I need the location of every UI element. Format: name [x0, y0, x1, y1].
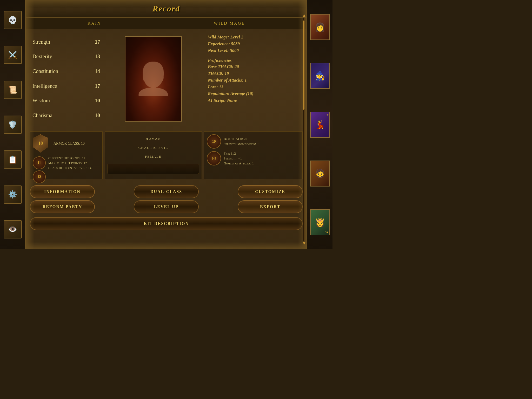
title-bar: Record: [26, 0, 307, 18]
base-thac0-combat-label: Base THAC0: 20: [224, 137, 260, 141]
character-class: WILD MAGE: [214, 21, 245, 26]
hp-row: 11 12 Current Hit Points: 11 Maximum Hit…: [33, 156, 100, 183]
thac0-badge: 19: [207, 134, 221, 149]
current-hp-label: Current Hit Points: 11: [48, 156, 91, 160]
character-portrait-large: [125, 36, 182, 122]
stat-row-strength: Strength 17: [32, 38, 100, 46]
portrait-5[interactable]: 👸 3♦: [310, 209, 330, 235]
export-button[interactable]: EXPORT: [238, 200, 303, 213]
dual-class-button[interactable]: DUAL-CLASS: [134, 185, 199, 198]
portrait-4[interactable]: 🧔: [310, 161, 330, 187]
proficiencies-header: Proficiencies: [208, 58, 299, 63]
sidebar-icon-skull[interactable]: 💀: [4, 11, 22, 29]
armor-row: 10 Armor Class: 10: [33, 134, 100, 152]
stat-value-constitution: 14: [92, 68, 100, 74]
bottom-buttons-row1: INFORMATION REFORM PARTY DUAL-CLASS LEVE…: [26, 181, 307, 217]
scrollbar-track[interactable]: [303, 18, 305, 241]
class-level: Wild Mage: Level 2: [208, 35, 299, 40]
reform-party-button[interactable]: REFORM PARTY: [30, 200, 95, 213]
right-button-group: CUSTOMIZE EXPORT: [238, 185, 303, 213]
stat-row-wisdom: Wisdom 10: [32, 96, 100, 105]
lore: Lore: 13: [208, 84, 299, 90]
portrait-5-emoji: 👸: [315, 217, 325, 227]
stat-name-constitution: Constitution: [32, 68, 58, 74]
right-combat-stats: Wild Mage: Level 2 Experience: 5089 Next…: [204, 32, 303, 125]
stat-name-charisma: Charisma: [32, 112, 52, 118]
max-hp-label: Maximum Hit Points: 12: [48, 161, 91, 165]
gender-trait: FEMALE: [145, 155, 162, 159]
scrollbar-thumb[interactable]: [303, 21, 304, 110]
reputation: Reputation: Average (10): [208, 91, 299, 96]
stat-value-wisdom: 10: [92, 98, 100, 104]
stats-panel: Strength 17 Dexterity 13 Constitution 14…: [26, 29, 307, 128]
center-button-group: DUAL-CLASS LEVEL UP: [134, 185, 199, 213]
level-up-button[interactable]: LEVEL UP: [134, 200, 199, 213]
armor-class-label: Armor Class: 10: [54, 142, 85, 145]
scroll-down-arrow[interactable]: ▼: [302, 241, 305, 246]
armor-class-badge: 10: [33, 134, 48, 152]
next-level: Next Level: 5000: [208, 48, 299, 53]
hp-badges: 11 12: [33, 156, 46, 183]
current-hp-badge: 11: [33, 156, 46, 169]
portrait-3-emoji: 💃: [315, 120, 325, 130]
stat-value-dexterity: 13: [92, 54, 100, 59]
hp-labels: Current Hit Points: 11 Maximum Hit Point…: [48, 156, 91, 170]
base-thac0: Base THAC0: 20: [208, 64, 299, 69]
stat-name-wisdom: Wisdom: [32, 98, 50, 104]
kit-description-button[interactable]: KIT DESCRIPTION: [30, 217, 303, 230]
race-trait: HUMAN: [145, 137, 161, 141]
ai-script: AI Script: None: [208, 98, 299, 103]
class-hp-label: Class Hit Points/Level: +4: [48, 166, 91, 170]
portrait-4-emoji: 🧔: [315, 169, 325, 178]
left-sidebar: 💀 ⚔️ 📜 🛡️ 📋 ⚙️ 👁️: [0, 0, 26, 249]
character-traits-panel: HUMAN CHAOTIC EVIL FEMALE: [105, 131, 202, 179]
trait-extra-box: [108, 164, 199, 174]
sidebar-icon-eye[interactable]: 👁️: [4, 220, 22, 238]
thac0-labels: Base THAC0: 20 Strength Modification: -1: [224, 137, 260, 146]
fist-label: Fist: 1d2: [224, 151, 254, 156]
stat-value-charisma: 10: [92, 112, 100, 118]
portrait-3-plus: +: [327, 113, 329, 117]
fist-labels: Fist: 1d2 Strength: +1 Number of Attacks…: [224, 151, 254, 165]
information-button[interactable]: INFORMATION: [30, 185, 95, 198]
stat-value-intelligence: 17: [92, 83, 100, 89]
stat-row-charisma: Charisma 10: [32, 111, 100, 120]
str-mod-label: Strength Modification: -1: [224, 142, 260, 146]
sidebar-icon-notes[interactable]: 📋: [4, 150, 22, 169]
thac0: THAC0: 19: [208, 71, 299, 76]
stat-row-intelligence: Intelligence 17: [32, 82, 100, 90]
sidebar-icon-gear[interactable]: ⚙️: [4, 185, 22, 204]
stat-value-strength: 17: [92, 39, 100, 45]
thac0-combat-row: 19 Base THAC0: 20 Strength Modification:…: [207, 134, 300, 149]
customize-button[interactable]: CUSTOMIZE: [238, 185, 303, 198]
sidebar-icon-shield[interactable]: 🛡️: [4, 116, 22, 134]
portrait-3[interactable]: 💃 +: [310, 112, 330, 138]
char-header: KAIN WILD MAGE: [26, 18, 307, 29]
portrait-2-emoji: 🧙: [315, 71, 325, 81]
portrait-1-emoji: 👩: [315, 22, 325, 32]
portrait-2[interactable]: 🧙: [310, 63, 330, 89]
lower-panel: 10 Armor Class: 10 11 12 Current Hit Poi…: [26, 129, 307, 181]
center-portrait-area: [105, 32, 201, 125]
right-sidebar: 👩 🧙 💃 + 🧔 👸 3♦: [307, 0, 332, 249]
experience: Experience: 5089: [208, 41, 299, 46]
num-attacks: Number of Attacks: 1: [208, 78, 299, 83]
max-hp-badge: 12: [33, 170, 46, 183]
portrait-face: [125, 37, 181, 121]
stat-row-dexterity: Dexterity 13: [32, 52, 100, 61]
fist-attacks-label: Number of Attacks: 1: [224, 161, 254, 165]
sidebar-icon-weapon[interactable]: ⚔️: [4, 46, 22, 64]
portrait-1[interactable]: 👩: [310, 14, 330, 40]
stat-name-dexterity: Dexterity: [32, 54, 52, 59]
fist-badge: 2-3: [207, 151, 221, 165]
portrait-5-level: 3♦: [325, 230, 328, 234]
scrollbar[interactable]: ▲ ▼: [302, 13, 305, 236]
stat-row-constitution: Constitution 14: [32, 67, 100, 76]
sidebar-icon-scroll[interactable]: 📜: [4, 81, 22, 99]
armor-panel: 10 Armor Class: 10 11 12 Current Hit Poi…: [30, 131, 103, 179]
page-title: Record: [152, 4, 180, 13]
scroll-up-arrow[interactable]: ▲: [302, 13, 305, 18]
alignment-trait: CHAOTIC EVIL: [138, 146, 168, 150]
stat-name-intelligence: Intelligence: [32, 83, 57, 89]
combat-lower-panel: 19 Base THAC0: 20 Strength Modification:…: [204, 131, 303, 179]
